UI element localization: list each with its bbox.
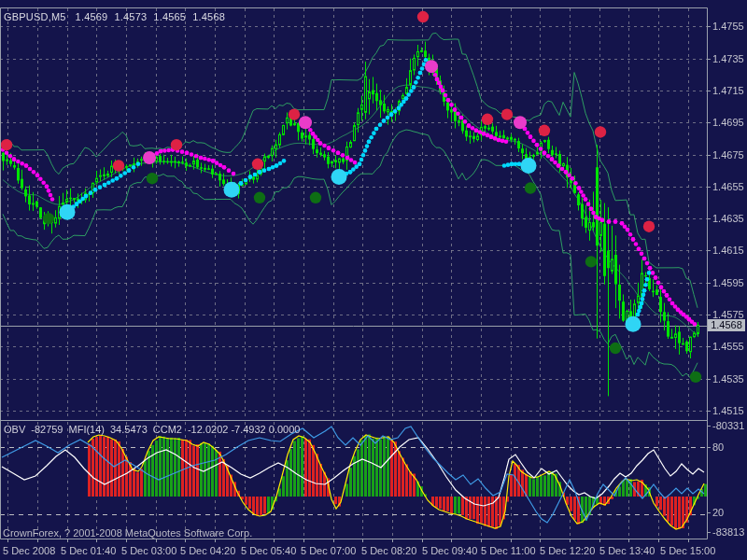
price-axis-label: 1.4735 [712,53,744,64]
price-axis-label: 1.4615 [712,245,744,256]
mt4-chart-window: GBPUSD,M51.45691.45731.45651.4568 1.4755… [0,0,747,560]
current-price-tag: 1.4568 [708,319,745,331]
ccm2-values: -12.0202 -7.4932 0.0000 [188,424,301,435]
time-axis-label: 5 Dec 09:40 [422,545,477,556]
indicator-axis-label: -80331 [712,420,744,431]
price-axis-label: 1.4515 [712,405,744,416]
obv-value: -82759 [31,424,63,435]
time-axis-label: 5 Dec 05:40 [241,545,296,556]
symbol-timeframe: GBPUSD,M5 [4,11,66,22]
time-axis-label: 5 Dec 12:20 [540,545,595,556]
time-axis-label: 5 Dec 2008 [3,545,55,556]
copyright-text: CrownForex, ? 2001-2008 MetaQuotes Softw… [3,527,252,539]
price-axis-label: 1.4715 [712,85,744,96]
indicator-axis-label: -83813 [712,526,744,538]
ccm2-label: CCM2 [153,424,182,435]
price-axis-label: 1.4555 [712,341,744,352]
time-axis-label: 5 Dec 13:40 [599,545,655,556]
indicator-axis-label: 20 [712,507,724,518]
time-axis-label: 5 Dec 08:20 [361,545,416,556]
chart-canvas[interactable] [0,0,747,560]
mfi-value: 34.5473 [110,424,148,435]
time-axis-label: 5 Dec 07:00 [301,545,356,556]
mfi-label: MFI(14) [69,424,106,435]
time-axis-label: 5 Dec 03:00 [121,545,176,556]
obv-label: OBV [4,424,25,435]
price-axis-label: 1.4635 [712,213,744,224]
time-axis-label: 5 Dec 15:00 [660,545,715,556]
high-value: 1.4573 [114,11,147,22]
price-axis-label: 1.4655 [712,181,744,192]
time-axis-label: 5 Dec 04:20 [180,545,235,556]
close-value: 1.4568 [192,11,225,22]
price-axis-label: 1.4535 [712,373,744,385]
low-value: 1.4565 [153,11,186,22]
price-axis-label: 1.4755 [712,21,744,32]
time-axis-label: 5 Dec 11:00 [481,545,536,556]
open-value: 1.4569 [76,11,108,22]
chart-ohlc-title: GBPUSD,M51.45691.45731.45651.4568 [4,11,232,22]
indicator-axis-label: 80 [712,441,724,453]
price-axis-label: 1.4595 [712,277,744,288]
price-axis-label: 1.4675 [712,149,744,161]
price-axis-label: 1.4695 [712,117,744,128]
indicator-header: OBV-82759MFI(14)34.5473CCM2-12.0202 -7.4… [4,424,305,435]
time-axis-label: 5 Dec 01:40 [61,545,116,556]
